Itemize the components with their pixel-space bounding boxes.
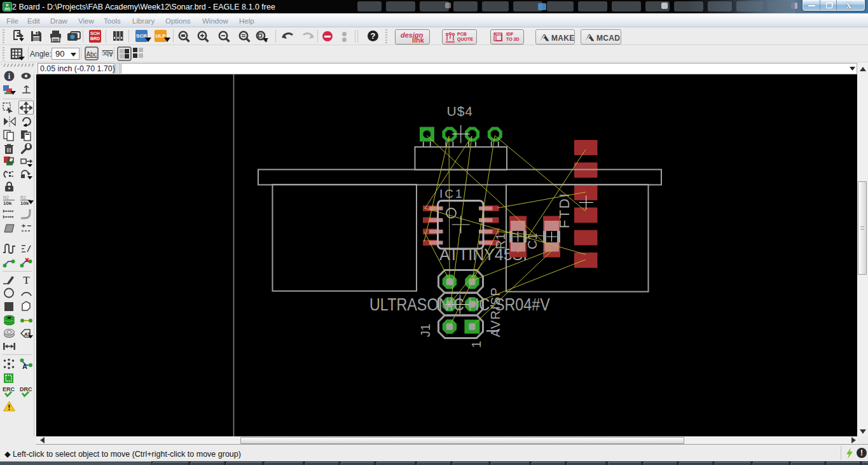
svg-text:ULTRASONIC HC-SR04#V: ULTRASONIC HC-SR04#V [369,295,551,314]
svg-text:R2: R2 [20,195,26,200]
svg-text:ERC: ERC [3,386,15,392]
svg-text:DRC: DRC [20,386,32,392]
svg-text:T: T [23,274,30,285]
svg-text:U$4: U$4 [447,104,474,118]
svg-text:R2: R2 [3,195,9,200]
svg-text:10k: 10k [3,200,12,205]
svg-text:10k: 10k [20,200,29,205]
svg-text:1: 1 [469,341,483,348]
svg-text:J1: J1 [418,324,432,337]
svg-text:A: A [22,363,27,370]
svg-text:IC1: IC1 [439,187,464,200]
